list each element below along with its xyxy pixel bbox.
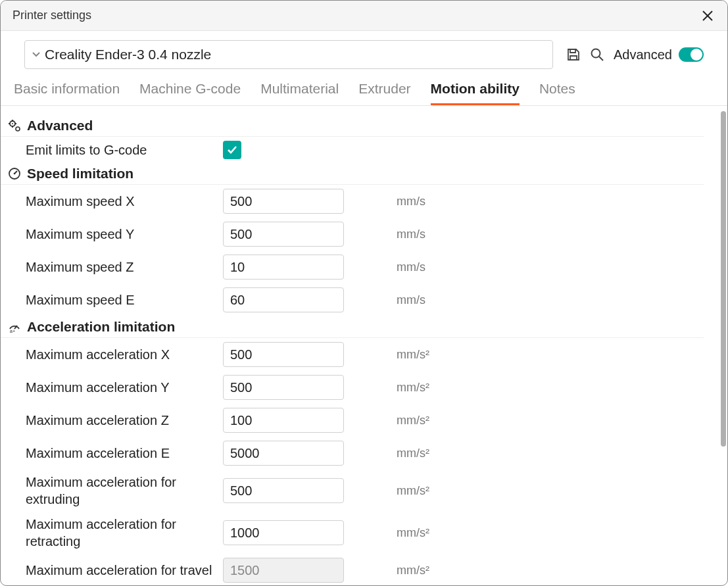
unit-label: mm/s² bbox=[397, 381, 429, 395]
setting-input-wrap: mm/s² bbox=[223, 375, 344, 400]
svg-line-3 bbox=[599, 57, 603, 61]
setting-label: Maximum acceleration for retracting bbox=[26, 516, 223, 550]
setting-input-wrap: mm/s² bbox=[223, 408, 344, 433]
setting-label: Maximum acceleration for extruding bbox=[26, 474, 223, 508]
window-title: Printer settings bbox=[12, 9, 91, 22]
speed-row: Maximum speed Zmm/s bbox=[1, 251, 716, 283]
setting-label: Maximum acceleration Z bbox=[26, 412, 223, 429]
svg-point-13 bbox=[14, 173, 16, 175]
content-wrapper: Advanced Emit limits to G-code Speed lim… bbox=[1, 106, 727, 585]
setting-input[interactable] bbox=[230, 525, 397, 541]
setting-label: Maximum acceleration Y bbox=[26, 379, 223, 396]
tab-machine-g-code[interactable]: Machine G-code bbox=[139, 81, 241, 105]
preset-selector[interactable]: Creality Ender-3 0.4 nozzle bbox=[24, 40, 553, 69]
setting-input[interactable] bbox=[230, 260, 397, 275]
tab-multimaterial[interactable]: Multimaterial bbox=[260, 81, 339, 105]
unit-label: mm/s² bbox=[397, 348, 429, 362]
emit-limits-checkbox[interactable] bbox=[223, 141, 241, 159]
setting-label: Maximum speed Z bbox=[26, 258, 223, 276]
section-speed-header: Speed limitation bbox=[1, 163, 704, 185]
setting-input[interactable] bbox=[230, 227, 397, 242]
gears-icon bbox=[7, 118, 22, 133]
scrollbar[interactable] bbox=[716, 106, 727, 585]
chevron-down-icon bbox=[32, 47, 41, 62]
tab-extruder[interactable]: Extruder bbox=[358, 81, 410, 105]
setting-label: Maximum acceleration for travel bbox=[26, 562, 223, 579]
setting-input-wrap: mm/s² bbox=[223, 441, 344, 466]
section-accel-header: a+ Acceleration limitation bbox=[1, 316, 704, 338]
setting-input[interactable] bbox=[230, 380, 397, 395]
accel-row: Maximum acceleration Zmm/s² bbox=[1, 404, 716, 437]
unit-label: mm/s bbox=[397, 260, 425, 274]
setting-input-wrap: mm/s² bbox=[223, 558, 344, 583]
unit-label: mm/s² bbox=[397, 484, 429, 498]
speed-row: Maximum speed Ymm/s bbox=[1, 218, 716, 251]
search-icon bbox=[590, 47, 604, 62]
section-advanced-header: Advanced bbox=[1, 115, 704, 137]
advanced-toggle[interactable] bbox=[679, 47, 704, 62]
setting-input[interactable] bbox=[230, 347, 397, 362]
acceleration-icon: a+ bbox=[7, 320, 22, 334]
settings-content: Advanced Emit limits to G-code Speed lim… bbox=[1, 106, 716, 585]
accel-row: Maximum acceleration for retractingmm/s² bbox=[1, 512, 716, 554]
section-title: Acceleration limitation bbox=[27, 319, 175, 335]
svg-point-2 bbox=[592, 49, 600, 58]
setting-input[interactable] bbox=[230, 483, 397, 499]
preset-name: Creality Ender-3 0.4 nozzle bbox=[45, 47, 211, 62]
setting-input[interactable] bbox=[230, 293, 397, 308]
setting-label: Maximum speed X bbox=[26, 193, 223, 210]
save-button[interactable] bbox=[565, 46, 582, 63]
titlebar: Printer settings bbox=[1, 1, 727, 31]
check-icon bbox=[226, 144, 238, 156]
setting-input[interactable] bbox=[230, 413, 397, 428]
scrollbar-thumb[interactable] bbox=[721, 111, 726, 447]
toolbar-icons: Advanced bbox=[565, 46, 704, 63]
emit-limits-row: Emit limits to G-code bbox=[1, 137, 716, 163]
search-button[interactable] bbox=[589, 46, 606, 63]
setting-label: Maximum speed E bbox=[26, 291, 223, 308]
unit-label: mm/s² bbox=[397, 564, 429, 577]
setting-input-wrap: mm/s bbox=[223, 222, 344, 247]
setting-input-wrap: mm/s bbox=[223, 287, 344, 312]
unit-label: mm/s bbox=[397, 228, 425, 241]
speed-row: Maximum speed Emm/s bbox=[1, 283, 716, 316]
speed-row: Maximum speed Xmm/s bbox=[1, 185, 716, 218]
unit-label: mm/s² bbox=[397, 414, 429, 427]
advanced-mode-label: Advanced bbox=[614, 47, 672, 62]
setting-input[interactable] bbox=[230, 194, 397, 209]
accel-row: Maximum acceleration for extrudingmm/s² bbox=[1, 470, 716, 512]
unit-label: mm/s bbox=[397, 195, 425, 208]
accel-row: Maximum acceleration Ymm/s² bbox=[1, 371, 716, 404]
setting-input[interactable] bbox=[230, 446, 397, 461]
setting-input-wrap: mm/s bbox=[223, 255, 344, 280]
setting-label: Maximum acceleration X bbox=[26, 346, 223, 363]
setting-input-wrap: mm/s² bbox=[223, 478, 344, 503]
unit-label: mm/s² bbox=[397, 526, 429, 540]
svg-point-5 bbox=[12, 123, 13, 124]
emit-limits-label: Emit limits to G-code bbox=[26, 141, 223, 159]
tab-notes[interactable]: Notes bbox=[539, 81, 575, 105]
accel-row: Maximum acceleration Emm/s² bbox=[1, 437, 716, 470]
save-icon bbox=[566, 47, 581, 62]
setting-label: Maximum acceleration E bbox=[26, 445, 223, 462]
gauge-icon bbox=[7, 166, 22, 181]
close-button[interactable] bbox=[700, 8, 716, 24]
setting-input-wrap: mm/s² bbox=[223, 342, 344, 367]
setting-input bbox=[230, 563, 397, 578]
close-icon bbox=[702, 10, 714, 22]
section-title: Speed limitation bbox=[27, 166, 133, 182]
accel-row: Maximum acceleration for travelmm/s² bbox=[1, 554, 716, 585]
unit-label: mm/s² bbox=[397, 447, 429, 460]
setting-input-wrap: mm/s² bbox=[223, 520, 344, 545]
setting-input-wrap: mm/s bbox=[223, 189, 344, 214]
svg-point-10 bbox=[16, 127, 20, 131]
setting-label: Maximum speed Y bbox=[26, 226, 223, 243]
tab-motion-ability[interactable]: Motion ability bbox=[431, 81, 520, 105]
accel-row: Maximum acceleration Xmm/s² bbox=[1, 338, 716, 371]
tab-basic-information[interactable]: Basic information bbox=[14, 81, 120, 105]
svg-text:a+: a+ bbox=[10, 329, 15, 333]
unit-label: mm/s bbox=[397, 293, 425, 307]
printer-settings-window: Printer settings Creality Ender-3 0.4 no… bbox=[0, 0, 728, 586]
toolbar: Creality Ender-3 0.4 nozzle Advanced bbox=[1, 31, 727, 69]
tabs: Basic informationMachine G-codeMultimate… bbox=[1, 69, 727, 106]
